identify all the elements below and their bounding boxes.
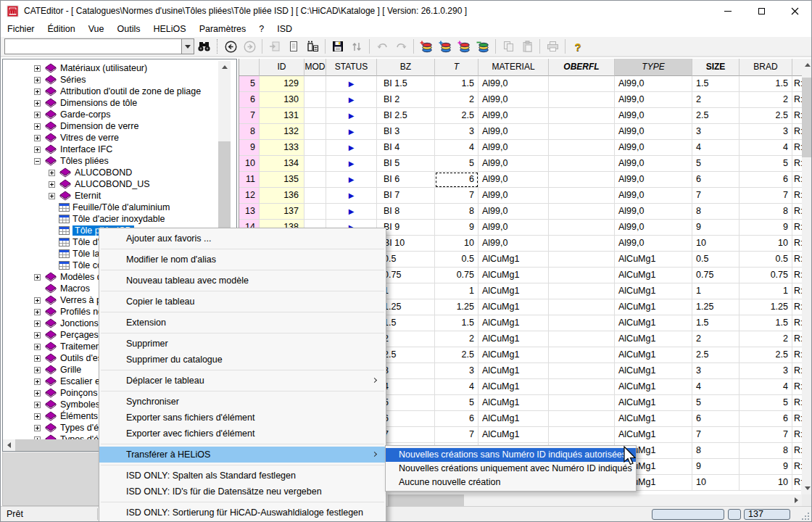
- db-add-blue-button[interactable]: [436, 38, 455, 55]
- column-header-BRAD[interactable]: BRAD: [740, 59, 792, 76]
- table-cell[interactable]: 10: [435, 236, 478, 252]
- table-cell[interactable]: ▶: [326, 172, 377, 188]
- table-cell[interactable]: 1.5: [435, 315, 478, 331]
- table-cell[interactable]: ▶: [326, 76, 377, 92]
- tree-item[interactable]: Feuille/Tôle d'aluminium: [3, 202, 218, 213]
- table-cell[interactable]: [549, 395, 615, 411]
- table-cell[interactable]: AlCuMg1: [615, 283, 692, 299]
- table-cell[interactable]: Al99,0: [615, 204, 692, 220]
- table-cell[interactable]: ▶: [326, 108, 377, 124]
- column-header-T[interactable]: T: [435, 59, 478, 76]
- table-cell[interactable]: 0.5: [740, 252, 792, 268]
- tree-item[interactable]: Tôle d'acier inoxydable: [3, 213, 218, 225]
- table-cell[interactable]: 1.25: [740, 299, 792, 315]
- table-cell[interactable]: 3: [692, 124, 740, 140]
- combo-dropdown-button[interactable]: [181, 39, 194, 54]
- row-header-cell[interactable]: 11: [239, 172, 260, 188]
- save-button[interactable]: [328, 38, 347, 55]
- table-cell[interactable]: ▶: [326, 124, 377, 140]
- table-cell[interactable]: Al99,0: [478, 108, 549, 124]
- table-cell[interactable]: Al99,0: [615, 124, 692, 140]
- table-cell[interactable]: 1: [740, 283, 792, 299]
- table-cell[interactable]: R:D: [792, 443, 803, 459]
- table-cell[interactable]: [304, 156, 326, 172]
- table-cell[interactable]: [549, 299, 615, 315]
- table-cell[interactable]: 0.75: [692, 268, 740, 283]
- table-cell[interactable]: 1.5: [692, 315, 740, 331]
- import-page-button[interactable]: [265, 38, 284, 55]
- table-cell[interactable]: [549, 347, 615, 363]
- expand-plus-icon[interactable]: [34, 77, 41, 83]
- table-cell[interactable]: [304, 124, 326, 140]
- table-cell[interactable]: AlCuMg1: [478, 299, 549, 315]
- table-cell[interactable]: 129: [260, 76, 304, 92]
- tree-scroll-left-button[interactable]: [3, 439, 15, 451]
- table-cell[interactable]: R:D: [792, 459, 803, 475]
- row-header-cell[interactable]: 8: [239, 124, 260, 140]
- table-cell[interactable]: 8: [692, 443, 740, 459]
- table-cell[interactable]: 5: [740, 395, 792, 411]
- expand-plus-icon[interactable]: [34, 112, 41, 118]
- table-cell[interactable]: R:D: [792, 395, 803, 411]
- tree-hscroll-thumb[interactable]: [15, 439, 101, 451]
- table-cell[interactable]: 132: [260, 124, 304, 140]
- context-menu-item[interactable]: Transférer à HELiOS: [99, 447, 386, 463]
- table-cell[interactable]: 2.5: [740, 108, 792, 124]
- table-cell[interactable]: AlCuMg1: [478, 331, 549, 347]
- table-cell[interactable]: 133: [260, 140, 304, 156]
- table-cell[interactable]: Al99,0: [478, 124, 549, 140]
- table-cell[interactable]: 9: [692, 459, 740, 475]
- paste-button[interactable]: [518, 38, 536, 55]
- table-cell[interactable]: Al99,0: [615, 188, 692, 204]
- table-info-button[interactable]: [303, 38, 322, 55]
- table-cell[interactable]: R:D: [792, 76, 803, 92]
- table-cell[interactable]: AlCuMg1: [615, 363, 692, 379]
- table-cell[interactable]: R:D: [792, 427, 803, 443]
- context-menu-item[interactable]: Déplacer le tableau: [99, 373, 386, 389]
- context-menu-item[interactable]: Extension: [99, 315, 386, 331]
- expand-plus-icon[interactable]: [34, 88, 41, 95]
- expand-plus-icon[interactable]: [34, 65, 41, 72]
- table-cell[interactable]: 2: [740, 331, 792, 347]
- table-cell[interactable]: Al99,0: [478, 220, 549, 236]
- table-cell[interactable]: 4: [692, 379, 740, 395]
- table-cell[interactable]: AlCuMg1: [478, 427, 549, 443]
- table-cell[interactable]: 3: [740, 124, 792, 140]
- table-cell[interactable]: 0.5: [435, 252, 478, 268]
- table-cell[interactable]: [304, 76, 326, 92]
- table-vertical-scrollbar[interactable]: [802, 59, 812, 494]
- table-cell[interactable]: ▶: [326, 92, 377, 108]
- table-cell[interactable]: [549, 268, 615, 283]
- maximize-button[interactable]: [745, 1, 778, 21]
- table-cell[interactable]: Al99,0: [478, 188, 549, 204]
- table-cell[interactable]: 5: [435, 156, 478, 172]
- table-cell[interactable]: AlCuMg1: [478, 395, 549, 411]
- table-cell[interactable]: 134: [260, 156, 304, 172]
- menubar-item-param-tres[interactable]: Paramètres: [193, 21, 253, 37]
- expand-plus-icon[interactable]: [34, 413, 41, 420]
- table-cell[interactable]: AlCuMg1: [615, 395, 692, 411]
- context-menu-item[interactable]: Supprimer du catalogue: [99, 352, 386, 368]
- table-cell[interactable]: Al99,0: [478, 236, 549, 252]
- expand-plus-icon[interactable]: [34, 100, 41, 107]
- table-cell[interactable]: AlCuMg1: [478, 411, 549, 427]
- table-cell[interactable]: R:D: [792, 108, 803, 124]
- table-cell[interactable]: Al99,0: [478, 76, 549, 92]
- table-cell[interactable]: Al99,0: [478, 172, 549, 188]
- table-cell[interactable]: 2: [692, 92, 740, 108]
- table-cell[interactable]: 8: [435, 204, 478, 220]
- expand-plus-icon[interactable]: [34, 123, 41, 130]
- nav-back-button[interactable]: [221, 38, 240, 55]
- print-button[interactable]: [543, 38, 562, 55]
- table-cell[interactable]: AlCuMg1: [478, 379, 549, 395]
- table-cell[interactable]: [304, 204, 326, 220]
- table-cell[interactable]: [549, 427, 615, 443]
- context-menu-item[interactable]: ISD ONLY: Sortierung für HiCAD-Auswahldi…: [99, 505, 386, 521]
- table-cell[interactable]: 4: [740, 140, 792, 156]
- new-document-button[interactable]: [284, 38, 303, 55]
- menubar-item-helios[interactable]: HELiOS: [146, 21, 192, 37]
- table-cell[interactable]: 1.5: [692, 76, 740, 92]
- search-binoculars-button[interactable]: [194, 38, 213, 55]
- table-cell[interactable]: 3: [435, 124, 478, 140]
- table-cell[interactable]: R:D: [792, 268, 803, 283]
